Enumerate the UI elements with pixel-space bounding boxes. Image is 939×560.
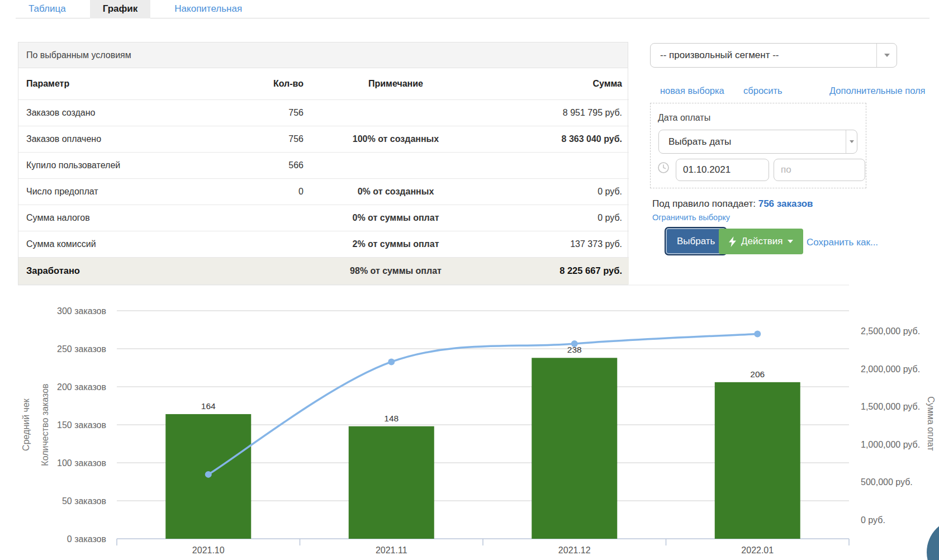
- x-axis-category-label: 2021.12: [558, 545, 591, 555]
- right-axis-tick-label: 0 руб.: [861, 515, 885, 525]
- bar[interactable]: [715, 382, 800, 539]
- left-axis-tick-label: 150 заказов: [57, 420, 106, 430]
- bar-value-label: 206: [750, 369, 765, 379]
- left-axis-title-order-count: Количество заказов: [40, 383, 50, 466]
- left-axis-tick-label: 100 заказов: [57, 458, 106, 468]
- line-point[interactable]: [571, 340, 578, 347]
- right-axis-tick-label: 500,000 руб.: [861, 477, 913, 487]
- x-axis-category-label: 2021.11: [376, 545, 407, 555]
- right-axis-tick-label: 2,000,000 руб.: [861, 364, 920, 374]
- orders-chart: 0 заказов50 заказов100 заказов150 заказо…: [0, 0, 939, 560]
- right-axis-title: Сумма оплат: [926, 396, 936, 451]
- x-axis-category-label: 2021.10: [192, 545, 225, 555]
- left-axis-tick-label: 300 заказов: [57, 306, 106, 316]
- left-axis-tick-label: 200 заказов: [57, 382, 106, 392]
- bar[interactable]: [349, 426, 434, 539]
- right-axis-tick-label: 1,500,000 руб.: [861, 402, 920, 411]
- x-axis-category-label: 2022.01: [741, 545, 774, 555]
- left-axis-title-avg-check: Средний чек: [21, 398, 31, 451]
- left-axis-tick-label: 250 заказов: [57, 344, 106, 354]
- line-point[interactable]: [388, 358, 395, 365]
- line-point[interactable]: [205, 471, 212, 478]
- payments-line: [208, 334, 758, 474]
- bar-value-label: 148: [384, 414, 399, 423]
- left-axis-tick-label: 0 заказов: [67, 534, 106, 544]
- right-axis-tick-label: 1,000,000 руб.: [861, 440, 920, 449]
- right-axis-tick-label: 2,500,000 руб.: [861, 326, 920, 336]
- line-point[interactable]: [754, 330, 761, 337]
- left-axis-tick-label: 50 заказов: [62, 496, 106, 506]
- bar[interactable]: [532, 358, 617, 539]
- bar-value-label: 164: [201, 401, 216, 411]
